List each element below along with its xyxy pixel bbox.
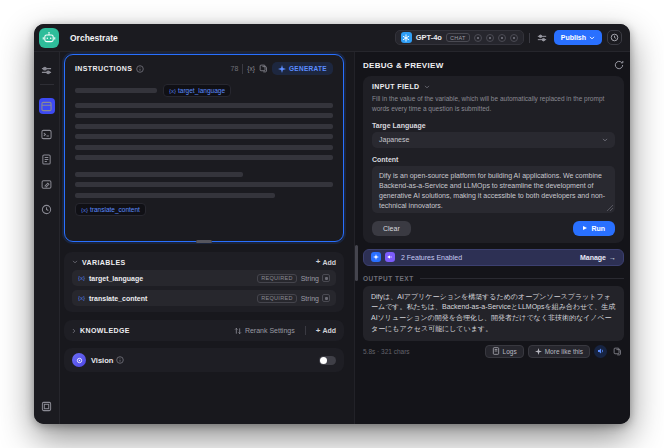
copy-prompt-button[interactable] [259, 64, 268, 73]
variable-token: {x} [169, 88, 176, 94]
rail-collapse-button[interactable] [39, 398, 55, 414]
topbar-divider [529, 33, 530, 43]
variable-type: String [301, 274, 330, 282]
scrollbar-thumb[interactable] [355, 245, 358, 281]
input-field-description: Fill in the value of the variable, which… [372, 94, 615, 114]
instructions-editor[interactable]: INSTRUCTIONS 78 {x} [64, 54, 344, 242]
clock-icon [41, 204, 52, 215]
sliders-icon [537, 33, 547, 43]
variables-section: VARIABLES + Add {x} target_language REQU… [64, 252, 344, 312]
prompt-skeleton: {x} target_language [75, 84, 333, 216]
copy-output-button[interactable] [611, 345, 624, 358]
instructions-title: INSTRUCTIONS [75, 65, 132, 72]
page-title: Orchestrate [70, 33, 118, 43]
redacted-text-bar [75, 193, 275, 198]
textarea-resize-grip[interactable] [607, 205, 613, 211]
rerank-settings-label: Rerank Settings [245, 327, 295, 334]
version-history-button[interactable] [607, 30, 622, 45]
variables-header[interactable]: VARIABLES + Add [72, 258, 336, 266]
variable-row-translate-content[interactable]: {x} translate_content REQUIRED String [72, 290, 336, 306]
generate-button[interactable]: GENERATE [272, 62, 333, 75]
add-variable-button[interactable]: + Add [316, 258, 336, 266]
rail-tab-logs[interactable] [39, 151, 55, 167]
vision-feature-row: Vision [64, 348, 344, 372]
desktop-background: Orchestrate GPT-4o CHAT [0, 0, 664, 448]
feature-opener-icon [371, 252, 381, 262]
required-badge: REQUIRED [257, 294, 296, 303]
instructions-header: INSTRUCTIONS 78 {x} [75, 62, 333, 75]
variable-type: String [301, 294, 330, 302]
rail-tab-annotations[interactable] [39, 176, 55, 192]
chevron-down-icon [424, 85, 430, 89]
output-header: OUTPUT TEXT [363, 275, 624, 282]
variable-chip-translate-content[interactable]: {x} translate_content [75, 203, 146, 216]
openai-icon [401, 32, 412, 43]
capability-icon-4 [510, 34, 518, 42]
variable-chip-label: translate_content [90, 206, 140, 213]
rail-tab-orchestrate[interactable] [39, 98, 55, 114]
run-label: Run [591, 225, 605, 232]
input-field-card: INPUT FIELD Fill in the value of the var… [363, 76, 624, 243]
model-params-button[interactable] [535, 31, 549, 45]
add-knowledge-label: Add [322, 327, 336, 334]
redacted-text-bar [75, 88, 157, 93]
prompt-line: {x} translate_content [75, 203, 333, 216]
text-to-speech-button[interactable] [594, 345, 607, 358]
app-avatar[interactable] [39, 28, 59, 48]
debug-preview-panel: DEBUG & PREVIEW INPUT FIELD Fill in the … [354, 52, 630, 424]
output-meta: 5.8s · 321 chars [363, 348, 410, 355]
input-field-header[interactable]: INPUT FIELD [372, 83, 615, 90]
target-language-select[interactable]: Japanese [372, 132, 615, 148]
variable-settings-icon[interactable] [322, 294, 330, 302]
output-title: OUTPUT TEXT [363, 275, 414, 282]
clear-button[interactable]: Clear [372, 221, 411, 236]
terminal-icon [41, 129, 52, 140]
variable-chip-target-language[interactable]: {x} target_language [163, 84, 231, 97]
model-selector[interactable]: GPT-4o CHAT [395, 30, 524, 45]
insert-variable-button[interactable]: {x} [247, 65, 255, 72]
copy-icon [613, 347, 622, 356]
variable-chip-label: target_language [178, 87, 225, 94]
debug-header: DEBUG & PREVIEW [363, 58, 624, 72]
manage-features-button[interactable]: Manage → [580, 254, 616, 261]
knowledge-header[interactable]: KNOWLEDGE Rerank Settings + Add [72, 326, 336, 335]
restart-debug-button[interactable] [614, 60, 624, 70]
vision-label: Vision [91, 356, 124, 365]
rail-tab-monitoring[interactable] [39, 201, 55, 217]
char-counter: 78 [231, 65, 239, 72]
input-field-title: INPUT FIELD [372, 83, 420, 90]
debug-actions-row: Clear Run [372, 221, 615, 236]
add-knowledge-button[interactable]: + Add [316, 327, 336, 335]
knowledge-section: KNOWLEDGE Rerank Settings + Add [64, 320, 344, 341]
variable-row-target-language[interactable]: {x} target_language REQUIRED String [72, 270, 336, 286]
variable-settings-icon[interactable] [322, 274, 330, 282]
content-value: Dify is an open-source platform for buil… [379, 172, 605, 209]
generate-label: GENERATE [289, 65, 327, 72]
vision-toggle[interactable] [319, 356, 336, 365]
rail-tab-api[interactable] [39, 126, 55, 142]
features-enabled-bar[interactable]: 2 Features Enabled Manage → [363, 249, 624, 266]
variables-title: VARIABLES [82, 259, 126, 266]
add-variable-label: Add [322, 259, 336, 266]
instructions-resize-handle[interactable] [196, 240, 212, 243]
logs-button[interactable]: Logs [485, 345, 524, 358]
plus-icon: + [316, 258, 321, 266]
content-textarea[interactable]: Dify is an open-source platform for buil… [372, 166, 615, 213]
manage-label: Manage [580, 254, 606, 261]
output-text-card: Difyは、AIアプリケーションを構築するためのオープンソースプラットフォームで… [363, 286, 624, 341]
sparkle-icon [535, 348, 542, 355]
prompt-line: {x} target_language [75, 84, 333, 97]
rerank-settings-button[interactable]: Rerank Settings [234, 327, 295, 335]
run-button[interactable]: Run [573, 221, 615, 236]
rail-preferences-button[interactable] [39, 62, 55, 78]
more-like-this-button[interactable]: More like this [528, 345, 590, 358]
redacted-text-bar [75, 172, 243, 177]
output-header-divider [420, 278, 624, 279]
chevron-down-icon [602, 138, 608, 142]
model-mode-badge: CHAT [446, 33, 470, 42]
vision-label-text: Vision [91, 356, 113, 365]
orchestrate-panel: INSTRUCTIONS 78 {x} [60, 52, 354, 424]
publish-button[interactable]: Publish [554, 30, 602, 45]
features-enabled-label: 2 Features Enabled [401, 254, 462, 261]
document-list-icon [41, 154, 52, 165]
